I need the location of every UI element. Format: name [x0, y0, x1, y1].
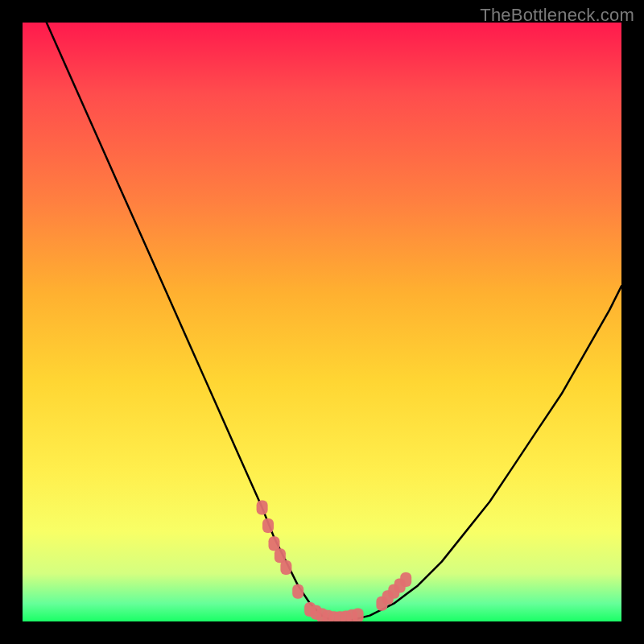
bottleneck-curve: [47, 23, 621, 621]
watermark-text: TheBottleneck.com: [480, 5, 634, 26]
svg-rect-5: [292, 584, 303, 599]
chart-plot-area: [23, 23, 621, 621]
svg-rect-1: [262, 518, 274, 533]
svg-rect-4: [280, 560, 291, 575]
chart-svg: [23, 23, 621, 621]
svg-rect-0: [257, 501, 268, 515]
highlighted-points: [257, 501, 412, 621]
svg-rect-14: [353, 609, 364, 621]
svg-rect-19: [400, 572, 411, 587]
chart-frame: TheBottleneck.com: [0, 0, 644, 644]
